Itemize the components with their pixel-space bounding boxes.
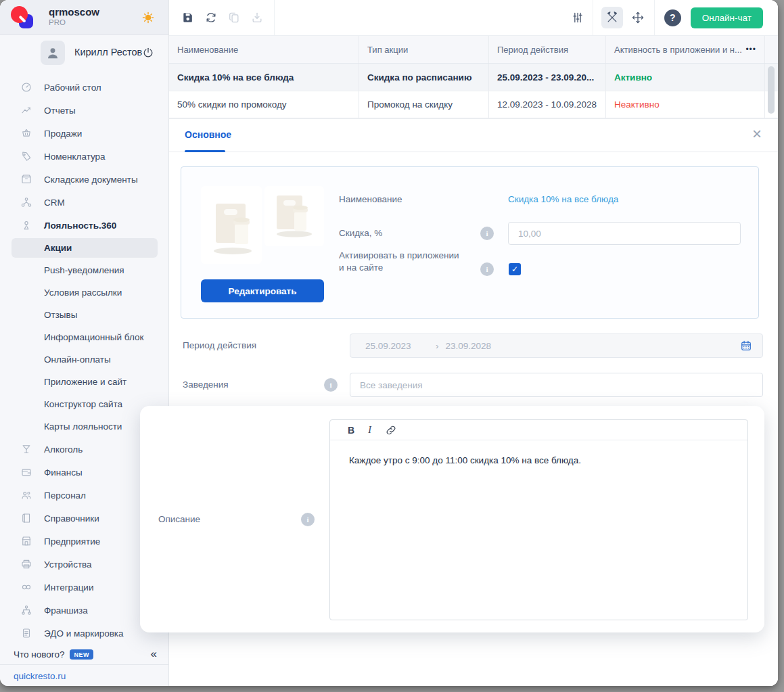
row-period: 12.09.2023 - 10.09.2028 bbox=[488, 91, 605, 118]
sidebar-item-desktop[interactable]: Рабочий стол bbox=[0, 76, 169, 99]
editor-toolbar: B I bbox=[330, 420, 747, 440]
row-type: Скидка по расписанию bbox=[359, 64, 488, 91]
new-badge: NEW bbox=[70, 649, 93, 660]
online-chat-button[interactable]: Онлайн-чат bbox=[691, 7, 763, 28]
toolbar-divider bbox=[274, 0, 275, 35]
refresh-icon[interactable] bbox=[204, 11, 218, 24]
sidebar-item-label: Рабочий стол bbox=[44, 83, 101, 93]
close-icon[interactable]: × bbox=[752, 126, 762, 142]
info-icon[interactable]: i bbox=[480, 262, 494, 276]
link-button[interactable] bbox=[385, 424, 397, 436]
collapse-sidebar-icon[interactable]: « bbox=[151, 647, 157, 661]
save-icon[interactable] bbox=[181, 11, 195, 24]
description-text[interactable]: Каждое утро с 9:00 до 11:00 скидка 10% н… bbox=[330, 440, 747, 481]
sidebar-item-crm[interactable]: CRM bbox=[0, 191, 169, 214]
sidebar-item-loyalty360[interactable]: Лояльность.360 bbox=[0, 214, 169, 237]
sidebar-item-label: Приложение и сайт bbox=[44, 377, 126, 387]
discount-input[interactable] bbox=[508, 222, 741, 245]
whats-new-row: Что нового? NEW « bbox=[0, 644, 169, 665]
sidebar-item-reviews[interactable]: Отзывы bbox=[0, 304, 169, 326]
edit-button[interactable]: Редактировать bbox=[201, 279, 324, 302]
description-label: Описание bbox=[158, 514, 200, 524]
sidebar-item-label: Условия рассылки bbox=[44, 287, 122, 298]
quickresto-logo bbox=[11, 6, 34, 29]
theme-sun-icon[interactable] bbox=[141, 11, 155, 24]
activate-label: Активировать в приложении и на сайте bbox=[339, 250, 461, 274]
download-icon bbox=[250, 11, 264, 24]
column-header-period: Период действия bbox=[488, 36, 605, 63]
basket-icon bbox=[20, 127, 32, 139]
help-button[interactable]: ? bbox=[664, 9, 681, 26]
sidebar-item-nomenclature[interactable]: Номенклатура bbox=[0, 145, 169, 168]
tab-underline bbox=[185, 150, 225, 152]
sidebar-item-label: Онлайн-оплаты bbox=[44, 354, 111, 365]
book-icon bbox=[20, 512, 32, 524]
sidebar-item-mailing-conditions[interactable]: Условия рассылки bbox=[0, 281, 169, 304]
sidebar-item-warehouse-docs[interactable]: Складские документы bbox=[0, 168, 169, 191]
discount-label: Скидка, % bbox=[339, 228, 382, 238]
sidebar-item-label: Устройства bbox=[44, 559, 92, 570]
move-icon[interactable] bbox=[631, 11, 645, 24]
tab-main[interactable]: Основное bbox=[185, 129, 231, 140]
sidebar-item-label: CRM bbox=[44, 198, 65, 208]
promo-image-2[interactable] bbox=[264, 186, 324, 246]
sidebar-item-label: Отзывы bbox=[44, 310, 77, 320]
user-row[interactable]: Кирилл Рестов bbox=[0, 35, 168, 70]
sidebar-item-label: Конструктор сайта bbox=[44, 399, 122, 409]
sidebar-item-promotions[interactable]: Акции bbox=[11, 238, 158, 258]
printer-icon bbox=[20, 558, 32, 570]
period-from: 25.09.2023 bbox=[365, 341, 436, 351]
tools-button[interactable] bbox=[601, 7, 623, 28]
column-header-type: Тип акции bbox=[359, 36, 488, 63]
sidebar-item-label: Номенклатура bbox=[44, 152, 106, 162]
description-card: Описание i B I Каждое утро с 9:00 до 11:… bbox=[140, 406, 764, 632]
table-row[interactable]: Скидка 10% на все блюда Скидка по распис… bbox=[169, 64, 778, 91]
period-input[interactable]: 25.09.2023 › 23.09.2028 bbox=[350, 333, 763, 358]
bold-button[interactable]: B bbox=[348, 425, 354, 436]
loyalty-icon bbox=[20, 219, 32, 231]
sidebar-item-label: Акции bbox=[44, 243, 72, 253]
venues-input[interactable] bbox=[350, 373, 763, 397]
filters-sliders-icon[interactable] bbox=[571, 11, 584, 24]
tools-icon bbox=[605, 11, 619, 24]
sidebar-item-label: Отчеты bbox=[44, 106, 76, 116]
document-icon bbox=[20, 627, 32, 639]
italic-button[interactable]: I bbox=[368, 425, 371, 436]
top-toolbar: ? Онлайн-чат bbox=[169, 0, 778, 35]
sidebar-item-info-block[interactable]: Информационный блок bbox=[0, 326, 169, 348]
sidebar-item-label: Персонал bbox=[44, 490, 86, 501]
info-icon[interactable]: i bbox=[480, 227, 494, 240]
promo-image-1[interactable] bbox=[201, 186, 262, 264]
quickresto-link[interactable]: quickresto.ru bbox=[0, 666, 169, 686]
detail-tabs: Основное × bbox=[169, 119, 778, 152]
sidebar-item-label: Финансы bbox=[44, 467, 83, 478]
sidebar-item-push-notifications[interactable]: Push-уведомления bbox=[0, 259, 169, 281]
calendar-icon[interactable] bbox=[739, 339, 753, 352]
scrollbar-gutter bbox=[764, 64, 778, 91]
name-value-link[interactable]: Скидка 10% на все блюда bbox=[508, 194, 618, 204]
columns-more-icon[interactable]: ••• bbox=[745, 45, 756, 54]
toolbar-divider bbox=[654, 0, 655, 35]
table-row[interactable]: 50% скидки по промокоду Промокод на скид… bbox=[169, 91, 778, 118]
copy-icon bbox=[227, 11, 241, 24]
sidebar-item-label: ЭДО и маркировка bbox=[44, 628, 124, 639]
sidebar-item-online-payments[interactable]: Онлайн-оплаты bbox=[0, 348, 169, 371]
sidebar-item-reports[interactable]: Отчеты bbox=[0, 99, 169, 122]
sidebar-item-sales[interactable]: Продажи bbox=[0, 122, 169, 145]
whats-new-label[interactable]: Что нового? bbox=[14, 649, 64, 660]
storefront-icon bbox=[20, 535, 32, 547]
sidebar-item-app-and-site[interactable]: Приложение и сайт bbox=[0, 371, 169, 393]
info-icon[interactable]: i bbox=[324, 378, 338, 392]
logout-power-icon[interactable] bbox=[141, 46, 155, 60]
sidebar-item-label: Справочники bbox=[44, 513, 99, 524]
app-window: qrmoscow PRO Кирилл Рестов Рабочий стол … bbox=[0, 0, 778, 686]
reports-icon bbox=[20, 104, 32, 116]
sidebar-item-label: Продажи bbox=[44, 129, 82, 139]
info-icon[interactable]: i bbox=[301, 513, 315, 526]
user-name: Кирилл Рестов bbox=[74, 47, 142, 57]
activate-checkbox[interactable]: ✓ bbox=[509, 263, 521, 275]
people-icon bbox=[20, 489, 32, 501]
wallet-icon bbox=[20, 466, 32, 478]
infinity-icon bbox=[20, 581, 32, 593]
column-header-name: Наименование bbox=[169, 36, 359, 63]
